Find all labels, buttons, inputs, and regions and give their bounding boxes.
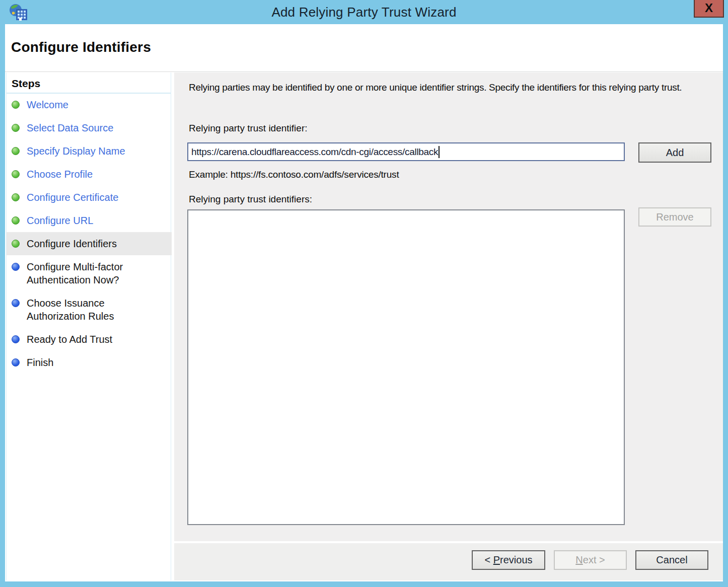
close-button[interactable]: X	[694, 0, 724, 18]
identifier-input-value: https://carena.cloudflareaccess.com/cdn-…	[191, 146, 438, 158]
text-caret	[439, 146, 440, 158]
add-button[interactable]: Add	[638, 142, 711, 163]
window-body: Configure Identifiers Steps Welcome Sele…	[5, 24, 723, 581]
identifier-label: Relying party trust identifier:	[189, 123, 308, 134]
step-complete-icon	[12, 124, 20, 132]
step-configure-mfa: Configure Multi-factor Authentication No…	[7, 255, 172, 291]
identifiers-listbox[interactable]	[187, 209, 625, 525]
remove-button[interactable]: Remove	[638, 207, 711, 227]
step-configure-url[interactable]: Configure URL	[7, 209, 172, 232]
cancel-button[interactable]: Cancel	[635, 550, 708, 570]
page-header: Configure Identifiers	[5, 24, 723, 72]
page-title: Configure Identifiers	[11, 39, 151, 55]
next-button[interactable]: Next >	[554, 550, 627, 570]
step-choose-issuance-rules: Choose Issuance Authorization Rules	[7, 291, 172, 328]
step-finish: Finish	[7, 351, 172, 374]
previous-button[interactable]: < Previous	[472, 550, 545, 570]
step-pending-icon	[12, 263, 20, 271]
step-complete-icon	[12, 240, 20, 248]
steps-sidebar: Steps Welcome Select Data Source Specify…	[6, 72, 171, 580]
wizard-window: Add Relying Party Trust Wizard X Configu…	[0, 0, 728, 587]
step-complete-icon	[12, 147, 20, 155]
step-pending-icon	[12, 299, 20, 307]
titlebar[interactable]: Add Relying Party Trust Wizard X	[0, 0, 728, 24]
step-complete-icon	[12, 216, 20, 225]
step-pending-icon	[12, 335, 20, 343]
footer-bar: < Previous Next > Cancel	[174, 543, 723, 580]
intro-text: Relying parties may be identified by one…	[189, 81, 707, 94]
step-ready-to-add-trust: Ready to Add Trust	[7, 328, 172, 351]
step-complete-icon	[12, 193, 20, 201]
window-title: Add Relying Party Trust Wizard	[0, 0, 728, 24]
step-specify-display-name[interactable]: Specify Display Name	[7, 139, 172, 163]
step-select-data-source[interactable]: Select Data Source	[7, 116, 172, 139]
example-text: Example: https://fs.contoso.com/adfs/ser…	[189, 169, 399, 180]
content-pane: Relying parties may be identified by one…	[174, 72, 723, 541]
step-choose-profile[interactable]: Choose Profile	[7, 163, 172, 186]
step-complete-icon	[12, 170, 20, 178]
step-complete-icon	[12, 101, 20, 109]
steps-heading: Steps	[12, 78, 40, 90]
identifier-input[interactable]: https://carena.cloudflareaccess.com/cdn-…	[187, 142, 625, 161]
step-welcome[interactable]: Welcome	[7, 93, 172, 116]
identifiers-list-label: Relying party trust identifiers:	[189, 194, 312, 205]
step-configure-identifiers: Configure Identifiers	[7, 232, 172, 255]
step-configure-certificate[interactable]: Configure Certificate	[7, 186, 172, 209]
step-pending-icon	[12, 358, 20, 366]
steps-list: Welcome Select Data Source Specify Displ…	[7, 93, 172, 374]
